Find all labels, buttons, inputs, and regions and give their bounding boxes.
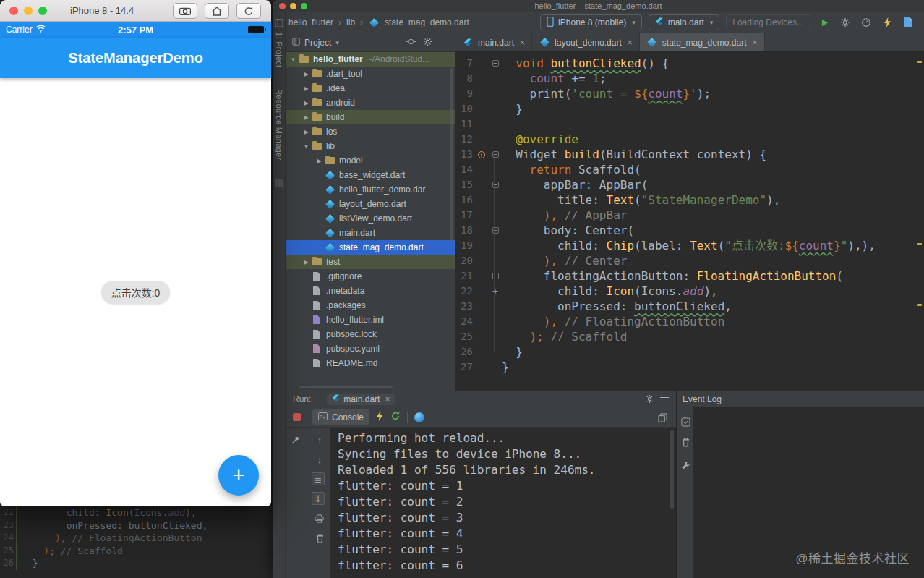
hot-reload-button[interactable] xyxy=(880,15,894,30)
project-tool-window-icon[interactable] xyxy=(275,19,283,27)
hide-panel-button[interactable]: — xyxy=(440,38,448,48)
code-editor[interactable]: 7− void buttonClieked() {8 count += 1;9 … xyxy=(455,52,924,391)
devtools-button[interactable] xyxy=(901,15,915,30)
close-tab-icon[interactable]: × xyxy=(520,38,525,48)
tree-item-label: pubspec.lock xyxy=(326,329,377,339)
locate-file-button[interactable] xyxy=(406,37,416,48)
tree-item-android[interactable]: ▶android xyxy=(286,95,455,110)
stop-button[interactable] xyxy=(293,413,301,421)
breadcrumb-item-hello_flutter[interactable]: hello_flutter xyxy=(288,17,333,27)
close-button[interactable] xyxy=(9,7,18,15)
line-number: 16 xyxy=(455,192,474,208)
screenshot-button[interactable] xyxy=(173,3,197,19)
tool-window-icon[interactable] xyxy=(275,179,283,187)
fab-add-button[interactable]: + xyxy=(218,455,259,496)
fold-column xyxy=(489,116,502,132)
minimize-button[interactable] xyxy=(24,7,33,15)
tree-item-README.md[interactable]: README.md xyxy=(286,356,455,370)
print-icon[interactable] xyxy=(312,512,325,525)
line-number: 18 xyxy=(455,223,474,238)
breadcrumb-item-state_mag_demo.dart[interactable]: state_mag_demo.dart xyxy=(385,17,469,27)
folder-icon xyxy=(298,56,309,63)
tree-item-state_mag_demo.dart[interactable]: state_mag_demo.dart xyxy=(286,240,455,255)
tree-item-.metadata[interactable]: .metadata xyxy=(286,284,455,298)
console-output[interactable]: Performing hot reload...Syncing files to… xyxy=(330,428,676,578)
tree-item-pubspec.yaml[interactable]: pubspec.yaml xyxy=(286,341,455,356)
tree-item-hello_flutter[interactable]: ▼hello_flutter ~/AndroidStud... xyxy=(286,52,455,67)
attach-debugger-button[interactable] xyxy=(838,15,852,30)
editor-tab-layout_demo.dart[interactable]: layout_demo.dart× xyxy=(532,33,640,51)
console-tab[interactable]: Console xyxy=(312,409,369,425)
editor-tab-state_mag_demo.dart[interactable]: state_mag_demo.dart× xyxy=(640,33,765,51)
tree-item-build[interactable]: ▶build xyxy=(286,110,455,124)
tree-vertical-scrollbar[interactable] xyxy=(450,68,453,242)
folder-icon xyxy=(311,143,322,150)
tree-item-hello_flutter.iml[interactable]: hello_flutter.iml xyxy=(286,313,455,327)
hot-restart-button[interactable] xyxy=(390,411,401,424)
tree-item-ios[interactable]: ▶ios xyxy=(286,124,455,139)
code-line-19: 19 child: Chip(label: Text("点击次数:${count… xyxy=(455,238,924,253)
close-icon[interactable]: × xyxy=(385,394,390,404)
tree-item-listView_demo.dart[interactable]: listView_demo.dart xyxy=(286,211,455,226)
tree-item-base_widget.dart[interactable]: base_widget.dart xyxy=(286,168,455,182)
tree-item-.idea[interactable]: ▶.idea xyxy=(286,81,455,95)
open-devtools-button[interactable] xyxy=(414,412,424,422)
rotate-button[interactable] xyxy=(236,3,261,19)
close-tab-icon[interactable]: × xyxy=(628,38,633,48)
down-stack-trace-icon[interactable]: ↓ xyxy=(313,453,326,466)
breadcrumb-item-lib[interactable]: lib xyxy=(346,17,355,27)
tree-horizontal-scrollbar[interactable] xyxy=(299,386,393,388)
filter-events-icon[interactable] xyxy=(680,416,691,428)
tree-item-test[interactable]: ▶test xyxy=(286,255,455,269)
tree-item-model[interactable]: ▶model xyxy=(286,153,455,168)
flutter-app-bar: StateManagerDemo xyxy=(0,38,271,78)
tree-item-hello_flutter_demo.dar[interactable]: hello_flutter_demo.dar xyxy=(286,182,455,197)
device-selector[interactable]: iPhone 8 (mobile) ▾ xyxy=(540,14,642,30)
home-button[interactable] xyxy=(205,3,229,19)
line-number: 27 xyxy=(455,360,474,375)
ios-status-bar: 2:57 PM Carrier xyxy=(0,22,271,38)
event-log-settings-icon[interactable] xyxy=(680,459,691,471)
tree-item-.gitignore[interactable]: .gitignore xyxy=(286,269,455,284)
hide-run-panel-button[interactable]: — xyxy=(660,392,669,402)
warning-stripe-mark[interactable] xyxy=(917,243,922,245)
tree-item-pubspec.lock[interactable]: pubspec.lock xyxy=(286,327,455,341)
project-panel: Project ▾ — ▼hello_flutter ~/AndroidStud… xyxy=(286,33,455,391)
warning-stripe-mark[interactable] xyxy=(917,304,922,306)
folder-icon xyxy=(324,157,335,164)
settings-button[interactable] xyxy=(423,37,432,48)
run-button[interactable] xyxy=(817,15,831,30)
up-stack-trace-icon[interactable]: ↑ xyxy=(313,433,326,446)
run-config-selector[interactable]: main.dart ▾ xyxy=(649,14,720,30)
dart-file-icon xyxy=(324,201,335,208)
flutter-icon xyxy=(655,17,664,28)
event-log-header[interactable]: Event Log xyxy=(677,391,924,407)
zoom-button[interactable] xyxy=(38,7,47,15)
clear-events-icon[interactable] xyxy=(680,436,691,448)
console-scrollbar[interactable] xyxy=(670,430,674,509)
tool-strip-resource-manager[interactable]: Resource Manager xyxy=(275,89,283,160)
ide-titlebar[interactable]: hello_flutter – state_mag_demo.dart xyxy=(273,0,924,12)
run-settings-button[interactable] xyxy=(645,394,654,406)
hot-reload-button[interactable] xyxy=(376,411,384,424)
profiler-button[interactable] xyxy=(859,15,873,30)
simulator-titlebar[interactable]: iPhone 8 - 14.4 xyxy=(0,0,271,22)
ide-window-title: hello_flutter – state_mag_demo.dart xyxy=(273,1,924,10)
code-line-15: 15− appBar: AppBar( xyxy=(455,177,924,192)
scroll-to-end-icon[interactable]: ↧ xyxy=(312,492,325,505)
tree-item-main.dart[interactable]: main.dart xyxy=(286,226,455,240)
tool-strip-project[interactable]: 1: Project xyxy=(275,32,283,67)
tree-item-.dart_tool[interactable]: ▶.dart_tool xyxy=(286,67,455,81)
soft-wrap-icon[interactable]: ≣ xyxy=(312,472,325,485)
tree-item-layout_demo.dart[interactable]: layout_demo.dart xyxy=(286,197,455,211)
project-panel-title[interactable]: Project xyxy=(304,38,331,48)
run-tab-main-dart[interactable]: main.dart × xyxy=(327,394,395,405)
editor-tab-main.dart[interactable]: main.dart× xyxy=(455,33,532,51)
clear-console-icon[interactable] xyxy=(313,532,326,545)
tree-item-.packages[interactable]: .packages xyxy=(286,298,455,313)
tree-item-lib[interactable]: ▼lib xyxy=(286,139,455,153)
restore-layout-button[interactable] xyxy=(658,412,667,425)
pin-icon[interactable] xyxy=(289,433,302,446)
warning-stripe-mark[interactable] xyxy=(917,61,922,63)
close-tab-icon[interactable]: × xyxy=(753,38,758,48)
